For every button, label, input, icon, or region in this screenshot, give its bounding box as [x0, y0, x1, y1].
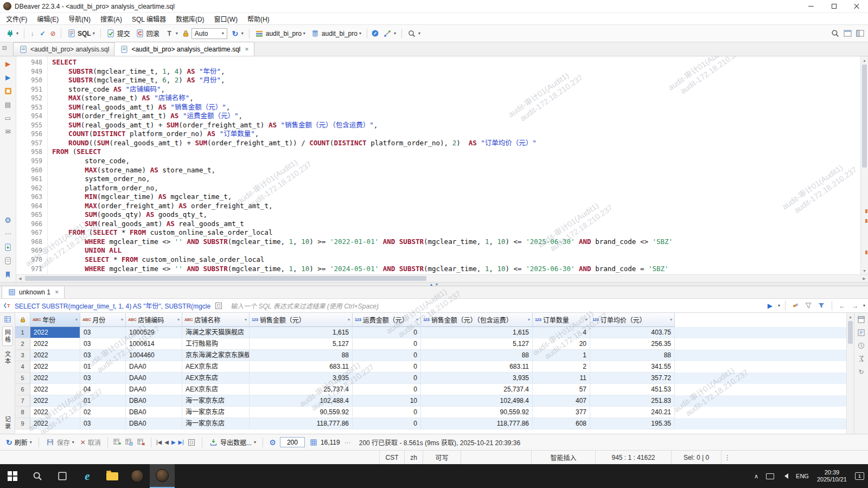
table-cell[interactable]: 0 [353, 350, 421, 361]
lock-icon[interactable] [181, 29, 190, 38]
code-line[interactable]: COUNT(DISTINCT platform_order_no) AS "订单… [52, 130, 860, 139]
dbeaver-taskbar-icon[interactable] [125, 464, 150, 488]
file-icon[interactable] [3, 256, 13, 266]
side-tab-1[interactable]: 网格 [2, 326, 13, 346]
table-cell[interactable]: 90,559.92 [421, 407, 533, 418]
table-cell[interactable]: 0 [353, 418, 421, 429]
row-number[interactable]: 7 [15, 395, 30, 407]
table-cell[interactable]: 0 [353, 361, 421, 373]
table-cell[interactable]: 2022 [30, 338, 80, 350]
table-cell[interactable]: 2022 [30, 361, 80, 373]
code-line[interactable]: WHERE mgclear_time <> '' AND SUBSTR(mgcl… [52, 265, 860, 274]
table-cell[interactable]: 10 [353, 395, 421, 407]
database-selector[interactable]: audit_bi_pro ▾ [309, 27, 363, 40]
column-header[interactable]: ABC月份▾ [80, 313, 126, 327]
abort-icon[interactable]: ⊘ [48, 29, 58, 38]
column-header[interactable]: 123订单均价（元）▾ [590, 313, 675, 327]
gear-icon[interactable]: ⚙ [268, 438, 277, 447]
table-cell[interactable]: 88 [590, 350, 675, 361]
row-number[interactable]: 8 [15, 407, 30, 418]
history-back-icon[interactable]: ← [837, 300, 847, 311]
menu-item-4[interactable]: 搜索(A) [95, 13, 127, 24]
compass-icon[interactable] [371, 29, 380, 38]
side-tab-2[interactable]: 文本 [3, 349, 12, 367]
table-cell[interactable]: 1,615 [250, 327, 353, 338]
table-row[interactable]: 9202203DBA0海一家京东店118,777.860118,777.8660… [15, 418, 846, 429]
table-cell[interactable]: 1,615 [421, 327, 533, 338]
code-line[interactable]: store_code AS "店铺编码", [52, 85, 860, 94]
column-header[interactable]: ABC年份▾ [30, 313, 80, 327]
tray-chevron-up-icon[interactable]: ∧ [750, 464, 762, 488]
record-mode-toggle[interactable]: 记录 [3, 414, 12, 432]
table-cell[interactable]: 京东海澜之家京东旗舰店 [182, 350, 250, 361]
table-cell[interactable]: 11 [533, 373, 590, 384]
table-cell[interactable]: 2022 [30, 327, 80, 338]
table-cell[interactable]: 海一家京东店 [182, 407, 250, 418]
minimize-button[interactable] [800, 0, 822, 12]
menu-item-8[interactable]: 帮助(H) [242, 13, 275, 24]
splitter-down-icon[interactable]: ▼ [435, 282, 439, 286]
network-button[interactable]: ▾ [381, 27, 398, 40]
erase-filter-icon[interactable] [790, 300, 801, 311]
table-cell[interactable]: 4 [533, 327, 590, 338]
column-header[interactable]: ABC店铺名称▾ [182, 313, 250, 327]
table-cell[interactable]: 1000614 [126, 338, 182, 350]
table-cell[interactable]: 2022 [30, 407, 80, 418]
row-number[interactable]: 2 [15, 338, 30, 350]
row-number[interactable]: 9 [15, 418, 30, 429]
table-cell[interactable]: 0 [353, 373, 421, 384]
table-row[interactable]: 12022031000529海澜之家天猫旗舰店1,61501,6154403.7… [15, 327, 846, 338]
history-forward-icon[interactable]: → [850, 300, 860, 311]
table-row[interactable]: 6202204DAA0AEX京东店25,737.4025,737.457451.… [15, 384, 846, 395]
table-cell[interactable]: 195.35 [590, 418, 675, 429]
code-line[interactable]: SUM(goods_qty) AS goods_qty_t, [52, 210, 860, 220]
rollback-button[interactable]: 回滚 [133, 27, 162, 40]
table-cell[interactable]: 0 [353, 407, 421, 418]
table-cell[interactable]: 240.21 [590, 407, 675, 418]
table-cell[interactable]: DBA0 [126, 395, 182, 407]
column-header[interactable]: 123销售金额（元）（包含运费）▾ [421, 313, 533, 327]
code-line[interactable]: system_order_no, [52, 175, 860, 184]
bookmark-icon[interactable] [3, 269, 13, 279]
value-viewer-icon[interactable] [857, 315, 866, 324]
code-line[interactable]: FROM (SELECT [52, 147, 860, 157]
table-cell[interactable]: 工行融易购 [182, 338, 250, 350]
save-button[interactable]: 保存 ▾ [44, 436, 76, 448]
settings-gear-icon[interactable]: ⚙ [3, 215, 13, 225]
table-cell[interactable]: 118,777.86 [250, 418, 353, 429]
table-cell[interactable]: AEX京东店 [182, 384, 250, 395]
table-cell[interactable]: 1000529 [126, 327, 182, 338]
code-line[interactable]: SUM(real_goods_amt_t) AS "销售金额（元）", [52, 103, 860, 112]
fetch-down-icon[interactable]: ↓ [28, 29, 37, 38]
table-cell[interactable]: 118,777.86 [421, 418, 533, 429]
table-cell[interactable]: 377 [533, 407, 590, 418]
add-row-icon[interactable] [113, 438, 122, 447]
table-cell[interactable]: AEX京东店 [182, 361, 250, 373]
duplicate-row-icon[interactable] [125, 438, 134, 447]
scrollbar-thumb[interactable] [25, 276, 426, 281]
table-cell[interactable]: 357.72 [590, 373, 675, 384]
taskbar-clock[interactable]: 20:39 2025/10/21 [813, 469, 851, 483]
commit-button[interactable]: 提交 [104, 27, 132, 40]
table-cell[interactable]: 海一家京东店 [182, 395, 250, 407]
statusbar-overflow-icon[interactable]: ⋮ [722, 451, 733, 464]
search-menu-button[interactable]: ▾ [405, 27, 423, 40]
row-number[interactable]: 3 [15, 350, 30, 361]
table-cell[interactable]: 5,127 [421, 338, 533, 350]
table-cell[interactable]: 90,559.92 [250, 407, 353, 418]
expand-filter-icon[interactable] [213, 300, 224, 311]
scroll-up-icon[interactable]: ▲ [861, 56, 868, 64]
toolbar-overflow-icon[interactable]: ··· [344, 439, 351, 446]
menu-item-3[interactable]: 导航(N) [63, 13, 95, 24]
code-line[interactable]: SELECT [52, 58, 860, 67]
table-cell[interactable]: 01 [80, 361, 126, 373]
code-line[interactable]: platform_order_no, [52, 184, 860, 193]
table-cell[interactable]: 2022 [30, 384, 80, 395]
table-cell[interactable]: 0 [353, 384, 421, 395]
menu-item-5[interactable]: SQL 编辑器 [127, 13, 171, 24]
table-cell[interactable]: 1004460 [126, 350, 182, 361]
table-row[interactable]: 7202201DBA0海一家京东店102,488.410102,498.4407… [15, 395, 846, 407]
scroll-up-icon[interactable]: ▲ [847, 313, 854, 320]
volume-icon[interactable] [778, 464, 792, 488]
code-line[interactable]: SUBSTR(mgclear_time_t, 6, 2) AS "月份", [52, 76, 860, 85]
